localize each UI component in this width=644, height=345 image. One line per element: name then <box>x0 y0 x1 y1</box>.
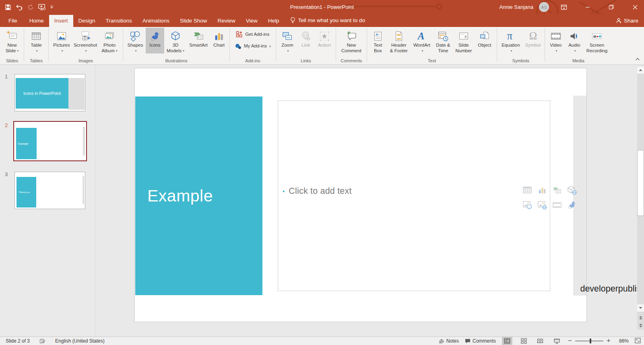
slide-2-gray-sliver <box>83 127 85 156</box>
insert-online-picture-icon[interactable] <box>535 197 549 212</box>
chart-button[interactable]: Chart <box>210 28 228 53</box>
tab-insert[interactable]: Insert <box>49 15 73 27</box>
shapes-button[interactable]: Shapes <box>125 28 146 53</box>
wordart-button[interactable]: A WordArt <box>411 28 433 53</box>
insert-chart-icon[interactable] <box>535 183 549 197</box>
audio-button[interactable]: Audio <box>565 28 584 53</box>
tab-slide-show[interactable]: Slide Show <box>175 15 213 27</box>
smartart-button[interactable]: SmartArt <box>187 28 210 53</box>
group-label-comments: Comments <box>341 58 362 64</box>
slide-footer-text[interactable]: developerpublish.com <box>568 284 644 294</box>
wordart-icon: A <box>416 30 428 43</box>
content-placeholder[interactable]: • Click to add text <box>278 101 550 291</box>
insert-picture-icon[interactable] <box>520 197 535 212</box>
slide-title-text[interactable]: Example <box>135 187 213 205</box>
restore-button[interactable] <box>602 0 620 14</box>
insert-table-icon[interactable] <box>520 183 535 197</box>
tab-design[interactable]: Design <box>73 15 101 27</box>
normal-view-button[interactable] <box>502 337 512 345</box>
zoom-in-button[interactable] <box>607 338 611 344</box>
notes-button[interactable]: Notes <box>439 338 459 344</box>
slide-canvas[interactable]: Example • Click to add text <box>135 68 586 322</box>
notes-icon <box>439 339 444 343</box>
vertical-scrollbar-thumb[interactable] <box>637 150 644 216</box>
scroll-down-button[interactable] <box>637 304 644 312</box>
ribbon-group-comments: New Comment Comments <box>336 27 366 64</box>
zoom-out-button[interactable] <box>568 338 572 344</box>
ribbon-group-slides: New Slide Slides <box>1 27 23 64</box>
account-user-name[interactable]: Annie Sanjana <box>499 4 533 10</box>
zoom-slider-track[interactable] <box>575 341 603 341</box>
insert-icon-icon[interactable] <box>564 197 579 212</box>
insert-video-icon[interactable] <box>549 197 564 212</box>
insert-3d-model-icon[interactable] <box>564 183 579 197</box>
save-button[interactable] <box>5 4 11 10</box>
header-footer-button[interactable]: Header & Footer <box>387 28 411 53</box>
slide-number-button[interactable]: # Slide Number <box>453 28 474 53</box>
text-box-button[interactable]: A Text Box <box>369 28 387 53</box>
tab-transitions[interactable]: Transitions <box>101 15 138 27</box>
tab-animations[interactable]: Animations <box>137 15 175 27</box>
pictures-button[interactable]: Pictures <box>50 28 73 53</box>
tab-help[interactable]: Help <box>263 15 285 27</box>
previous-slide-button[interactable] <box>637 314 644 321</box>
spellcheck-button[interactable] <box>39 339 45 344</box>
tell-me-box[interactable]: Tell me what you want to do <box>290 17 365 27</box>
slide-show-view-button[interactable] <box>551 337 562 345</box>
repeat-button[interactable] <box>27 4 34 10</box>
tab-view[interactable]: View <box>241 15 263 27</box>
share-button[interactable]: Share <box>610 18 644 27</box>
ribbon-display-options-button[interactable] <box>555 0 573 14</box>
video-button[interactable]: Video <box>547 28 565 53</box>
slide-indicator[interactable]: Slide 2 of 3 <box>6 338 30 344</box>
collapse-ribbon-button[interactable] <box>635 55 640 62</box>
slide-title-shape[interactable]: Example <box>135 97 262 295</box>
get-add-ins-button[interactable]: Get Add-ins <box>233 29 272 39</box>
reading-view-button[interactable] <box>535 337 545 345</box>
3d-models-button[interactable]: 3D Models <box>164 28 187 53</box>
zoom-percentage[interactable]: 86% <box>617 338 629 344</box>
next-slide-button[interactable] <box>637 322 644 329</box>
table-button[interactable]: Table <box>26 28 47 53</box>
fit-slide-to-window-button[interactable] <box>635 338 641 345</box>
slide-sorter-view-button[interactable] <box>518 337 529 345</box>
new-comment-button[interactable]: New Comment <box>338 28 365 53</box>
zoom-button[interactable]: Zoom <box>278 28 297 53</box>
zoom-slider-thumb[interactable] <box>590 339 591 343</box>
object-button[interactable]: Object <box>474 28 495 53</box>
tab-file[interactable]: File <box>2 15 24 27</box>
equation-button[interactable]: π Equation <box>499 28 523 53</box>
customize-qat-button[interactable] <box>50 5 54 9</box>
my-add-ins-button[interactable]: My Add-ins <box>231 41 274 51</box>
screen-recording-button[interactable]: Screen Recording <box>584 28 610 53</box>
minimize-button[interactable] <box>578 0 597 14</box>
undo-button[interactable] <box>15 4 23 10</box>
close-button[interactable] <box>626 0 644 14</box>
quick-access-toolbar <box>0 4 54 10</box>
tell-me-label: Tell me what you want to do <box>298 17 365 23</box>
slide-2-thumbnail[interactable]: Example <box>13 121 87 161</box>
group-separator <box>229 28 230 62</box>
slide-1-title-shape: Icons in PowerPoint <box>16 78 68 109</box>
tab-review[interactable]: Review <box>212 15 240 27</box>
new-slide-button[interactable]: New Slide <box>2 28 22 53</box>
scroll-up-button[interactable] <box>637 66 644 74</box>
photo-album-icon <box>103 30 116 43</box>
slide-1-thumbnail[interactable]: Icons in PowerPoint <box>14 74 85 111</box>
avatar[interactable]: AS <box>539 2 549 12</box>
placeholder-text-line[interactable]: • Click to add text <box>283 186 352 196</box>
slide-3-thumbnail[interactable]: Thank you <box>14 172 85 209</box>
ribbon-group-tables: Table Tables <box>25 27 48 64</box>
icons-button[interactable]: Icons <box>146 28 164 53</box>
date-time-button[interactable]: Date & Time <box>433 28 453 53</box>
date-time-icon <box>437 30 449 43</box>
my-add-ins-icon <box>235 43 242 49</box>
photo-album-button[interactable]: Photo Album <box>98 28 121 53</box>
screenshot-button[interactable]: Screenshot <box>73 28 98 53</box>
insert-smartart-icon[interactable] <box>549 183 564 197</box>
start-from-beginning-button[interactable] <box>38 4 46 10</box>
comments-button[interactable]: Comments <box>465 338 496 344</box>
language-indicator[interactable]: English (United States) <box>55 338 105 344</box>
tab-home[interactable]: Home <box>24 15 49 27</box>
symbol-button: Ω Symbol <box>523 28 543 53</box>
